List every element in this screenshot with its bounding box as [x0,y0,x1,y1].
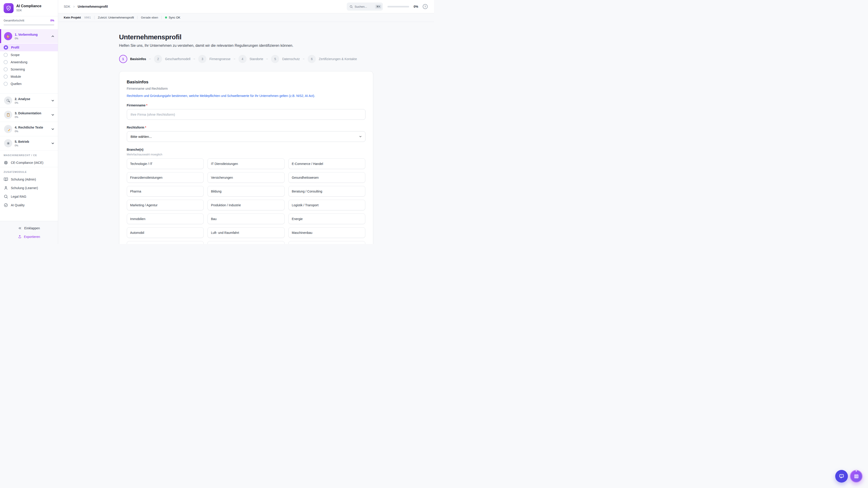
chevron-icon [51,127,55,131]
industry-button[interactable]: Maschinenbau [288,227,366,238]
industry-button[interactable]: Versicherungen [208,172,285,183]
export-button[interactable]: Exportieren [15,233,43,240]
industry-button-partial[interactable] [127,241,204,244]
industry-button[interactable]: Technologie / IT [127,158,204,169]
sidebar-link-legal-rag[interactable]: Legal RAG [0,192,58,201]
industry-button[interactable]: Marketing / Agentur [127,200,204,210]
magnifier-icon [4,96,12,105]
industry-button[interactable]: Gesundheitswesen [288,172,366,183]
page-subtitle: Helfen Sie uns, Ihr Unternehmen zu verst… [119,43,373,48]
user-icon [4,186,8,190]
industry-button[interactable]: Pharma [127,186,204,197]
search-input[interactable]: Suchen... ⌘K [347,2,383,11]
sidebar-phase-5[interactable]: 5. Betrieb 0% [0,136,58,150]
branche-label: Branche(n) [127,148,366,151]
app-logo-block: AI Compliance SDK [0,0,58,16]
radio-icon [4,67,8,71]
memo-pencil-icon [4,125,12,133]
upload-icon [18,235,22,238]
stepper-step-6[interactable]: 6 Zertifizierungen & Kontakte [308,55,357,63]
sidebar: AI Compliance SDK Gesamtfortschritt 0% 1… [0,0,58,244]
required-asterisk: * [146,103,147,107]
overall-progress-bar [4,24,54,26]
main-area: SDK Unternehmensprofil Suchen... ⌘K 0% ?… [58,0,434,244]
sidebar-item-screening[interactable]: Screening [0,66,58,73]
clipboard-icon [4,111,12,119]
industry-button[interactable]: Finanzdienstleistungen [127,172,204,183]
sidebar-item-profil[interactable]: Profil [0,43,58,51]
industry-button[interactable]: Bau [208,214,285,224]
industry-button[interactable]: E-Commerce / Handel [288,158,366,169]
industry-button[interactable]: Automobil [127,227,204,238]
target-icon [4,32,12,40]
sidebar-phase-3[interactable]: 3. Dokumentation 0% [0,108,58,122]
stepper-step-2[interactable]: 2 Geschaeftsmodell [154,55,190,63]
collapse-sidebar-button[interactable]: Einklappen [15,224,42,232]
stepper-step-1[interactable]: 1 Basisinfos [119,55,146,63]
sidebar-item-anwendung[interactable]: Anwendung [0,59,58,66]
stepper-step-5[interactable]: 5 Datenschutz [271,55,300,63]
last-step-label: Zuletzt: [98,16,107,19]
industry-button[interactable]: Produktion / Industrie [208,200,285,210]
breadcrumb-root[interactable]: SDK [64,5,70,8]
help-button[interactable]: ? [423,4,428,9]
chip-icon [4,160,8,165]
sidebar-footer: Einklappen Exportieren [0,221,58,244]
page-title: Unternehmensprofil [119,33,373,41]
radio-icon [4,45,8,50]
form-card: Basisinfos Firmenname und Rechtsform Rec… [119,71,373,244]
chevron-icon [51,113,55,117]
section-header: ZUSATZMODULE [0,167,58,175]
card-subtitle: Firmenname und Rechtsform [127,87,366,90]
sidebar-phase-2[interactable]: 2. Analyse 0% [0,94,58,107]
firmenname-label: Firmenname* [127,103,366,107]
industry-button[interactable]: Luft- und Raumfahrt [208,227,285,238]
step-separator [193,59,195,59]
radio-icon [4,74,8,78]
export-label: Exportieren [24,235,40,238]
sidebar-phase-4[interactable]: 4. Rechtliche Texte 0% [0,122,58,136]
stepper-step-4[interactable]: 4 Standorte [239,55,264,63]
industry-button[interactable]: Energie [288,214,366,224]
industry-button[interactable]: Beratung / Consulting [288,186,366,197]
chevron-down-icon [359,135,362,138]
search-icon [349,5,353,8]
branche-hint: Mehrfachauswahl moeglich [127,153,366,156]
sidebar-link-schulung-admin-[interactable]: Schulung (Admin) [0,175,58,184]
industry-button[interactable]: Immobilien [127,214,204,224]
radio-icon [4,82,8,86]
chevron-icon [51,99,55,103]
sidebar-nav: 1. Vorbereitung 0% Profil Scope Anwendun… [0,29,58,221]
page-content: Unternehmensprofil Helfen Sie uns, Ihr U… [58,22,434,244]
gear-icon [4,139,12,147]
stepper-step-3[interactable]: 3 Firmengroesse [198,55,230,63]
last-saved-time: Gerade eben [141,16,158,19]
firmenname-input[interactable] [127,109,366,120]
sidebar-item-quellen[interactable]: Quellen [0,80,58,88]
sidebar-link-schulung-learner-[interactable]: Schulung (Learner) [0,184,58,192]
app-name: AI Compliance [16,4,41,8]
chevrons-left-icon [18,226,22,230]
sidebar-item-module[interactable]: Module [0,73,58,80]
industry-button[interactable]: Bildung [208,186,285,197]
rechtsform-label: Rechtsform* [127,126,366,129]
sidebar-item-scope[interactable]: Scope [0,51,58,59]
radio-icon [4,53,8,57]
sync-ok-dot-icon [165,17,167,19]
header-progress-bar [388,6,409,7]
rechtsform-select[interactable]: Bitte wählen... [127,131,366,142]
industry-button-partial[interactable] [288,241,366,244]
card-info-text: Rechtsform und Gründungsjahr bestimmen, … [127,94,366,98]
sidebar-link-ai-quality[interactable]: AI Quality [0,201,58,209]
sidebar-link-ce-compliance-iace-[interactable]: CE-Compliance (IACE) [0,158,58,167]
search-icon [4,194,8,199]
app-subtitle: SDK [16,9,41,12]
industry-button-partial[interactable] [208,241,285,244]
sidebar-phase-1[interactable]: 1. Vorbereitung 0% [0,29,58,43]
step-separator [149,59,151,59]
divider [161,16,162,19]
required-asterisk: * [145,126,146,129]
industry-button[interactable]: IT Dienstleistungen [208,158,285,169]
industry-button[interactable]: Logistik / Transport [288,200,366,210]
step-separator [266,59,268,59]
